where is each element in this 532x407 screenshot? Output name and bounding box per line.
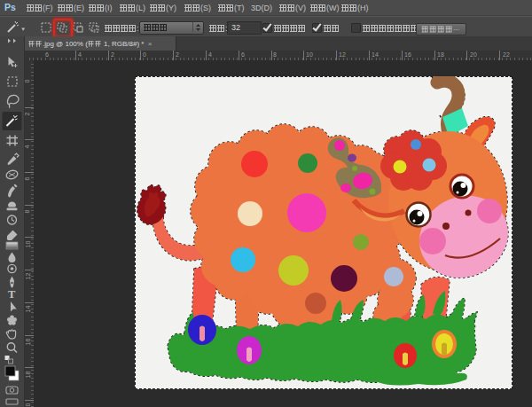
svg-text:T: T	[8, 288, 16, 301]
